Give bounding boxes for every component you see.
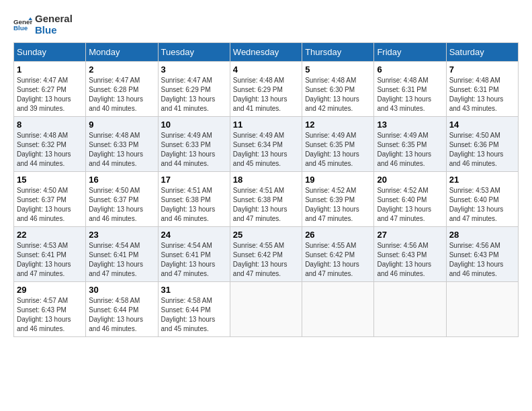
- day-number: 19: [305, 175, 371, 185]
- calendar-cell: 3 Sunrise: 4:47 AMSunset: 6:29 PMDayligh…: [158, 62, 230, 117]
- calendar-cell: 9 Sunrise: 4:48 AMSunset: 6:33 PMDayligh…: [86, 117, 158, 172]
- calendar-cell: 25 Sunrise: 4:55 AMSunset: 6:42 PMDaylig…: [230, 227, 302, 282]
- day-number: 27: [377, 230, 443, 240]
- day-info: Sunrise: 4:47 AMSunset: 6:27 PMDaylight:…: [17, 76, 83, 113]
- day-number: 30: [89, 285, 154, 295]
- calendar-cell: [374, 282, 446, 337]
- calendar-cell: 30 Sunrise: 4:58 AMSunset: 6:44 PMDaylig…: [86, 282, 158, 337]
- calendar-cell: 5 Sunrise: 4:48 AMSunset: 6:30 PMDayligh…: [302, 62, 374, 117]
- calendar-cell: 12 Sunrise: 4:49 AMSunset: 6:35 PMDaylig…: [302, 117, 374, 172]
- calendar-header-monday: Monday: [86, 43, 158, 62]
- logo-icon: General Blue: [13, 15, 32, 34]
- day-number: 9: [89, 120, 154, 130]
- day-info: Sunrise: 4:58 AMSunset: 6:44 PMDaylight:…: [89, 296, 154, 334]
- day-number: 13: [377, 120, 443, 130]
- calendar-cell: 21 Sunrise: 4:53 AMSunset: 6:40 PMDaylig…: [446, 172, 518, 227]
- day-info: Sunrise: 4:49 AMSunset: 6:35 PMDaylight:…: [377, 131, 443, 169]
- day-info: Sunrise: 4:51 AMSunset: 6:38 PMDaylight:…: [161, 186, 227, 224]
- day-number: 28: [449, 230, 515, 240]
- day-info: Sunrise: 4:54 AMSunset: 6:41 PMDaylight:…: [89, 241, 154, 279]
- day-number: 21: [449, 175, 515, 185]
- calendar-cell: 28 Sunrise: 4:56 AMSunset: 6:43 PMDaylig…: [446, 227, 518, 282]
- day-number: 24: [161, 230, 227, 240]
- day-info: Sunrise: 4:50 AMSunset: 6:37 PMDaylight:…: [17, 186, 83, 224]
- logo-blue: Blue: [35, 24, 57, 36]
- day-info: Sunrise: 4:49 AMSunset: 6:33 PMDaylight:…: [161, 131, 227, 169]
- day-info: Sunrise: 4:52 AMSunset: 6:39 PMDaylight:…: [305, 186, 371, 224]
- calendar-cell: 14 Sunrise: 4:50 AMSunset: 6:36 PMDaylig…: [446, 117, 518, 172]
- day-info: Sunrise: 4:47 AMSunset: 6:28 PMDaylight:…: [89, 76, 154, 113]
- day-info: Sunrise: 4:55 AMSunset: 6:42 PMDaylight:…: [233, 241, 299, 279]
- calendar-week-row: 15 Sunrise: 4:50 AMSunset: 6:37 PMDaylig…: [14, 172, 519, 227]
- calendar-cell: 18 Sunrise: 4:51 AMSunset: 6:38 PMDaylig…: [230, 172, 302, 227]
- day-number: 25: [233, 230, 299, 240]
- calendar-week-row: 29 Sunrise: 4:57 AMSunset: 6:43 PMDaylig…: [14, 282, 519, 337]
- calendar-cell: [302, 282, 374, 337]
- calendar-week-row: 8 Sunrise: 4:48 AMSunset: 6:32 PMDayligh…: [14, 117, 519, 172]
- day-info: Sunrise: 4:51 AMSunset: 6:38 PMDaylight:…: [233, 186, 299, 224]
- calendar-cell: 26 Sunrise: 4:55 AMSunset: 6:42 PMDaylig…: [302, 227, 374, 282]
- header: General Blue General Blue: [13, 13, 519, 36]
- day-number: 15: [17, 175, 83, 185]
- day-info: Sunrise: 4:58 AMSunset: 6:44 PMDaylight:…: [161, 296, 227, 334]
- day-number: 14: [449, 120, 515, 130]
- calendar-cell: 17 Sunrise: 4:51 AMSunset: 6:38 PMDaylig…: [158, 172, 230, 227]
- calendar-cell: 10 Sunrise: 4:49 AMSunset: 6:33 PMDaylig…: [158, 117, 230, 172]
- day-number: 17: [161, 175, 227, 185]
- day-number: 29: [17, 285, 83, 295]
- calendar-cell: [230, 282, 302, 337]
- day-number: 7: [449, 64, 515, 75]
- day-number: 3: [161, 64, 227, 75]
- day-info: Sunrise: 4:48 AMSunset: 6:31 PMDaylight:…: [449, 76, 515, 113]
- calendar-cell: 29 Sunrise: 4:57 AMSunset: 6:43 PMDaylig…: [14, 282, 86, 337]
- day-info: Sunrise: 4:54 AMSunset: 6:41 PMDaylight:…: [161, 241, 227, 279]
- calendar-cell: 6 Sunrise: 4:48 AMSunset: 6:31 PMDayligh…: [374, 62, 446, 117]
- calendar-cell: 31 Sunrise: 4:58 AMSunset: 6:44 PMDaylig…: [158, 282, 230, 337]
- day-number: 23: [89, 230, 154, 240]
- day-number: 26: [305, 230, 371, 240]
- calendar-week-row: 1 Sunrise: 4:47 AMSunset: 6:27 PMDayligh…: [14, 62, 519, 117]
- calendar-cell: 2 Sunrise: 4:47 AMSunset: 6:28 PMDayligh…: [86, 62, 158, 117]
- calendar-header-thursday: Thursday: [302, 43, 374, 62]
- day-number: 5: [305, 64, 371, 75]
- calendar-header-saturday: Saturday: [446, 43, 518, 62]
- calendar-cell: 20 Sunrise: 4:52 AMSunset: 6:40 PMDaylig…: [374, 172, 446, 227]
- calendar-cell: 22 Sunrise: 4:53 AMSunset: 6:41 PMDaylig…: [14, 227, 86, 282]
- day-info: Sunrise: 4:57 AMSunset: 6:43 PMDaylight:…: [17, 296, 83, 334]
- day-info: Sunrise: 4:47 AMSunset: 6:29 PMDaylight:…: [161, 76, 227, 113]
- calendar-table: SundayMondayTuesdayWednesdayThursdayFrid…: [13, 42, 519, 337]
- day-number: 12: [305, 120, 371, 130]
- day-info: Sunrise: 4:50 AMSunset: 6:37 PMDaylight:…: [89, 186, 154, 224]
- day-info: Sunrise: 4:48 AMSunset: 6:32 PMDaylight:…: [17, 131, 83, 169]
- calendar-cell: 8 Sunrise: 4:48 AMSunset: 6:32 PMDayligh…: [14, 117, 86, 172]
- day-number: 4: [233, 64, 299, 75]
- logo-general: General: [35, 13, 73, 24]
- logo: General Blue General Blue: [13, 13, 73, 36]
- calendar-header-row: SundayMondayTuesdayWednesdayThursdayFrid…: [14, 43, 519, 62]
- calendar-cell: 7 Sunrise: 4:48 AMSunset: 6:31 PMDayligh…: [446, 62, 518, 117]
- day-number: 11: [233, 120, 299, 130]
- day-number: 10: [161, 120, 227, 130]
- day-info: Sunrise: 4:48 AMSunset: 6:30 PMDaylight:…: [305, 76, 371, 113]
- calendar-cell: 24 Sunrise: 4:54 AMSunset: 6:41 PMDaylig…: [158, 227, 230, 282]
- calendar-cell: 19 Sunrise: 4:52 AMSunset: 6:39 PMDaylig…: [302, 172, 374, 227]
- calendar-cell: 13 Sunrise: 4:49 AMSunset: 6:35 PMDaylig…: [374, 117, 446, 172]
- day-number: 8: [17, 120, 83, 130]
- day-number: 18: [233, 175, 299, 185]
- day-info: Sunrise: 4:48 AMSunset: 6:29 PMDaylight:…: [233, 76, 299, 113]
- calendar-header-wednesday: Wednesday: [230, 43, 302, 62]
- day-info: Sunrise: 4:50 AMSunset: 6:36 PMDaylight:…: [449, 131, 515, 169]
- day-number: 22: [17, 230, 83, 240]
- calendar-cell: 27 Sunrise: 4:56 AMSunset: 6:43 PMDaylig…: [374, 227, 446, 282]
- calendar-cell: 4 Sunrise: 4:48 AMSunset: 6:29 PMDayligh…: [230, 62, 302, 117]
- day-info: Sunrise: 4:49 AMSunset: 6:34 PMDaylight:…: [233, 131, 299, 169]
- day-number: 2: [89, 64, 154, 75]
- day-number: 6: [377, 64, 443, 75]
- day-info: Sunrise: 4:52 AMSunset: 6:40 PMDaylight:…: [377, 186, 443, 224]
- calendar-cell: 1 Sunrise: 4:47 AMSunset: 6:27 PMDayligh…: [14, 62, 86, 117]
- day-number: 16: [89, 175, 154, 185]
- calendar-cell: [446, 282, 518, 337]
- day-info: Sunrise: 4:48 AMSunset: 6:33 PMDaylight:…: [89, 131, 154, 169]
- calendar-cell: 23 Sunrise: 4:54 AMSunset: 6:41 PMDaylig…: [86, 227, 158, 282]
- calendar-week-row: 22 Sunrise: 4:53 AMSunset: 6:41 PMDaylig…: [14, 227, 519, 282]
